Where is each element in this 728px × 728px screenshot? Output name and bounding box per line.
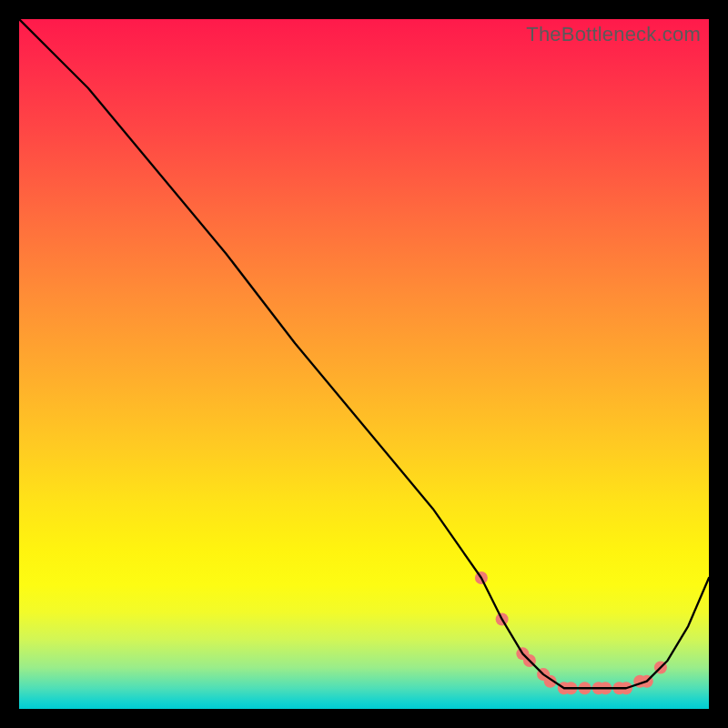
- bottleneck-curve-path: [19, 19, 709, 688]
- plot-area: TheBottleneck.com: [19, 19, 709, 709]
- watermark-text: TheBottleneck.com: [526, 23, 701, 46]
- chart-svg: [19, 19, 709, 709]
- markers-group: [475, 571, 667, 694]
- chart-frame: TheBottleneck.com: [0, 0, 728, 728]
